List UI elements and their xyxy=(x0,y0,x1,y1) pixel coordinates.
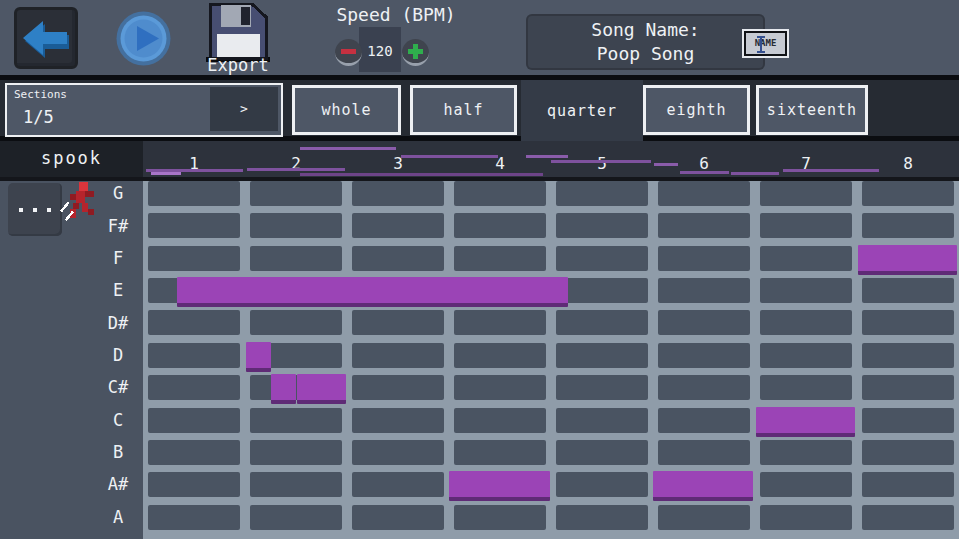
grid-cell[interactable] xyxy=(658,278,750,303)
more-options-button[interactable] xyxy=(8,183,62,236)
grid-cell[interactable] xyxy=(454,343,546,368)
grid-cell[interactable] xyxy=(250,246,342,271)
grid-cell[interactable] xyxy=(862,181,954,206)
grid-cell[interactable] xyxy=(148,246,240,271)
grid-cell[interactable] xyxy=(148,343,240,368)
grid-cell[interactable] xyxy=(250,310,342,335)
grid-cell[interactable] xyxy=(556,310,648,335)
grid-cell[interactable] xyxy=(760,213,852,238)
back-button[interactable] xyxy=(14,7,78,69)
grid-cell[interactable] xyxy=(352,440,444,465)
grid-cell[interactable] xyxy=(148,472,240,497)
duration-button-quarter[interactable]: quarter xyxy=(521,80,643,141)
grid-cell[interactable] xyxy=(556,181,648,206)
play-button[interactable] xyxy=(115,10,172,67)
grid-cell[interactable] xyxy=(454,440,546,465)
grid-cell[interactable] xyxy=(556,472,648,497)
export-button[interactable]: Export xyxy=(196,0,280,75)
duration-button-half[interactable]: half xyxy=(410,85,517,135)
grid-cell[interactable] xyxy=(760,343,852,368)
grid-cell[interactable] xyxy=(148,310,240,335)
grid-cell[interactable] xyxy=(556,375,648,400)
grid-cell[interactable] xyxy=(556,440,648,465)
grid-cell[interactable] xyxy=(658,440,750,465)
note-F[interactable] xyxy=(858,245,957,275)
grid-cell[interactable] xyxy=(352,181,444,206)
grid-cell[interactable] xyxy=(250,181,342,206)
note-Asharp[interactable] xyxy=(653,471,753,501)
note-Csharp[interactable] xyxy=(297,374,346,404)
track-tab-spook[interactable]: spook xyxy=(0,141,143,177)
grid-cell[interactable] xyxy=(658,408,750,433)
grid-cell[interactable] xyxy=(352,246,444,271)
note-C[interactable] xyxy=(756,407,855,437)
grid-cell[interactable] xyxy=(148,213,240,238)
grid-cell[interactable] xyxy=(658,246,750,271)
grid-cell[interactable] xyxy=(556,408,648,433)
grid-cell[interactable] xyxy=(556,213,648,238)
grid-cell[interactable] xyxy=(760,375,852,400)
grid-cell[interactable] xyxy=(760,181,852,206)
grid-cell[interactable] xyxy=(250,440,342,465)
grid-cell[interactable] xyxy=(148,181,240,206)
grid-cell[interactable] xyxy=(658,181,750,206)
note-Csharp[interactable] xyxy=(271,374,296,404)
rename-song-button[interactable]: NAME xyxy=(744,31,787,56)
grid-cell[interactable] xyxy=(760,310,852,335)
grid-cell[interactable] xyxy=(352,213,444,238)
grid-cell[interactable] xyxy=(760,505,852,530)
grid-cell[interactable] xyxy=(760,246,852,271)
grid-cell[interactable] xyxy=(556,246,648,271)
note-Asharp[interactable] xyxy=(449,471,550,501)
bpm-increase-button[interactable] xyxy=(402,39,429,66)
grid-cell[interactable] xyxy=(862,408,954,433)
grid-cell[interactable] xyxy=(454,408,546,433)
grid-cell[interactable] xyxy=(862,375,954,400)
grid-cell[interactable] xyxy=(250,472,342,497)
grid-cell[interactable] xyxy=(556,505,648,530)
note-D[interactable] xyxy=(246,342,271,372)
bpm-decrease-button[interactable] xyxy=(335,39,362,66)
grid-cell[interactable] xyxy=(658,375,750,400)
grid-cell[interactable] xyxy=(148,505,240,530)
grid-cell[interactable] xyxy=(862,505,954,530)
grid-cell[interactable] xyxy=(862,440,954,465)
grid-cell[interactable] xyxy=(454,310,546,335)
grid-cell[interactable] xyxy=(862,213,954,238)
grid-cell[interactable] xyxy=(658,213,750,238)
grid-cell[interactable] xyxy=(760,440,852,465)
grid-cell[interactable] xyxy=(352,505,444,530)
grid-cell[interactable] xyxy=(352,472,444,497)
grid-cell[interactable] xyxy=(148,440,240,465)
grid-cell[interactable] xyxy=(454,246,546,271)
grid-cell[interactable] xyxy=(862,310,954,335)
grid-cell[interactable] xyxy=(556,278,648,303)
note-E[interactable] xyxy=(177,277,568,307)
grid-cell[interactable] xyxy=(454,375,546,400)
grid-cell[interactable] xyxy=(658,343,750,368)
duration-button-eighth[interactable]: eighth xyxy=(643,85,750,135)
duration-button-sixteenth[interactable]: sixteenth xyxy=(756,85,868,135)
grid-cell[interactable] xyxy=(454,213,546,238)
grid-cell[interactable] xyxy=(862,278,954,303)
grid-cell[interactable] xyxy=(250,408,342,433)
grid-cell[interactable] xyxy=(352,408,444,433)
next-section-button[interactable]: > xyxy=(210,87,278,131)
grid-cell[interactable] xyxy=(148,408,240,433)
grid-cell[interactable] xyxy=(454,505,546,530)
grid-cell[interactable] xyxy=(352,343,444,368)
grid-cell[interactable] xyxy=(148,375,240,400)
grid-cell[interactable] xyxy=(658,505,750,530)
grid-cell[interactable] xyxy=(862,343,954,368)
grid-cell[interactable] xyxy=(658,310,750,335)
grid-cell[interactable] xyxy=(250,505,342,530)
runner-instrument-icon[interactable] xyxy=(58,181,100,227)
duration-button-whole[interactable]: whole xyxy=(292,85,401,135)
grid-cell[interactable] xyxy=(760,278,852,303)
grid-cell[interactable] xyxy=(556,343,648,368)
grid-cell[interactable] xyxy=(250,213,342,238)
grid-cell[interactable] xyxy=(454,181,546,206)
grid-cell[interactable] xyxy=(760,472,852,497)
grid-cell[interactable] xyxy=(862,472,954,497)
grid-cell[interactable] xyxy=(352,310,444,335)
